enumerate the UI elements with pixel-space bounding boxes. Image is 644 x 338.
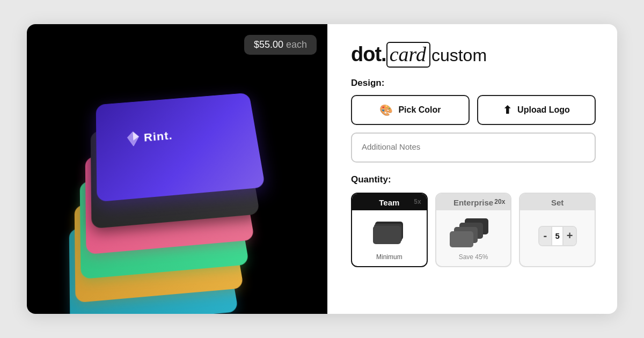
stacked-cards-image: Rint. [75,78,279,260]
stepper-plus-button[interactable]: + [564,227,575,245]
design-label: Design: [351,78,596,89]
enterprise-image [454,218,493,250]
quantity-stepper: - 5 + [538,226,577,246]
stepper-value: 5 [551,227,564,245]
card-blue: Rint. [96,93,266,202]
enterprise-badge: 20x [494,198,505,205]
set-image: - 5 + [538,218,577,250]
product-details-panel: dot.cardcustom Design: 🎨 Pick Color ⬆ Up… [327,24,617,314]
quantity-label: Quantity: [351,174,596,185]
product-title: dot.cardcustom [351,43,596,66]
set-header: Set [520,194,595,210]
quantity-options-row: 5x Team Minimum 20x Enterprise [351,193,596,267]
mini-cards-enterprise [454,218,493,249]
product-card: $55.00 each Rint. [27,24,617,314]
upload-icon: ⬆ [503,104,512,116]
price-amount: $55.00 [254,39,283,50]
title-dot: dot. [351,43,386,65]
team-badge: 5x [414,198,421,205]
price-unit: each [286,39,307,50]
quantity-option-enterprise[interactable]: 20x Enterprise Save 45% [435,193,512,267]
product-image-panel: $55.00 each Rint. [27,24,327,314]
mini-card-3 [373,226,401,244]
upload-logo-button[interactable]: ⬆ Upload Logo [477,95,596,125]
team-image [370,218,408,250]
card-brand-rint: Rint. [143,129,173,145]
logo-diamond-icon [126,130,141,148]
mini-card-stack [373,222,405,246]
card-logo: Rint. [126,128,173,148]
pick-color-label: Pick Color [398,105,441,115]
quantity-option-set[interactable]: Set - 5 + [519,193,596,267]
title-custom: custom [431,46,487,65]
additional-notes-input[interactable] [351,133,596,163]
mc-4 [450,231,473,247]
quantity-option-team[interactable]: 5x Team Minimum [351,193,428,267]
stepper-minus-button[interactable]: - [539,227,551,245]
price-badge: $55.00 each [244,35,317,55]
team-sub: Minimum [376,253,402,261]
pick-color-button[interactable]: 🎨 Pick Color [351,95,470,125]
enterprise-sub: Save 45% [459,253,488,261]
title-card: card [386,42,430,68]
upload-logo-label: Upload Logo [517,105,570,115]
palette-icon: 🎨 [379,104,393,116]
design-buttons-row: 🎨 Pick Color ⬆ Upload Logo [351,95,596,125]
